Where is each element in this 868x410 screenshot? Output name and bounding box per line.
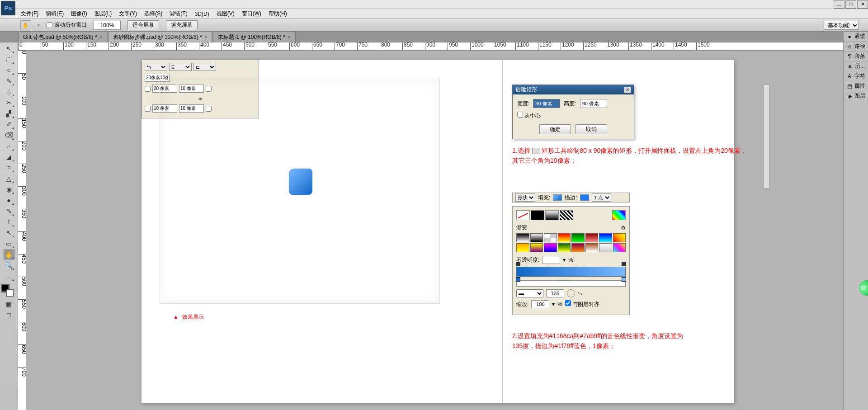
fill-none[interactable] (516, 210, 530, 220)
minimize-button[interactable]: — (834, 0, 844, 9)
dock-panel-item[interactable]: ▤属性 (844, 81, 868, 91)
gradient-preset[interactable] (571, 233, 585, 242)
background-color[interactable] (6, 289, 14, 297)
dock-panel-item[interactable]: ◈图层 (844, 91, 868, 101)
align-with-layer-checkbox[interactable]: 与图层对齐 (565, 300, 599, 308)
tool-button[interactable]: ⟋ (4, 141, 14, 151)
menu-item[interactable]: 选择(S) (141, 10, 166, 18)
scale-input[interactable] (531, 300, 549, 308)
close-button[interactable]: ✕ (857, 0, 868, 9)
tool-button[interactable]: ◉ (4, 184, 14, 194)
gradient-preset[interactable] (613, 243, 626, 252)
gradient-preset[interactable] (530, 243, 543, 252)
menu-item[interactable]: 窗口(W) (238, 10, 265, 18)
hand-tool-icon[interactable]: ✋ (20, 20, 30, 30)
gradient-preset[interactable] (516, 243, 529, 252)
stroke-width-select[interactable]: 1 点 (592, 193, 611, 202)
dock-panel-item[interactable]: ●通道 (844, 32, 868, 42)
tool-button[interactable]: 🔍 (4, 260, 14, 270)
menu-item[interactable]: 视图(V) (213, 10, 238, 18)
align-select-2[interactable]: E (169, 63, 192, 71)
gear-icon[interactable]: ⚙ (621, 225, 626, 231)
fill-gradient[interactable] (545, 210, 559, 220)
menu-item[interactable]: 3D(D) (191, 11, 213, 17)
menu-item[interactable]: 图层(L) (91, 10, 116, 18)
tool-button[interactable]: ≡ (4, 163, 14, 173)
dock-panel-item[interactable]: A字符 (844, 71, 868, 81)
tab-close-icon[interactable]: × (288, 35, 291, 40)
tool-button[interactable]: ↖ (4, 228, 14, 238)
tool-button[interactable]: T (4, 217, 14, 227)
tool-extra[interactable]: □ (4, 310, 14, 320)
menu-item[interactable]: 帮助(H) (265, 10, 291, 18)
dock-panel-item[interactable]: ¶段落 (844, 52, 868, 61)
menu-item[interactable]: 文字(Y) (115, 10, 141, 18)
zoom-input[interactable]: 100% (94, 21, 121, 30)
tool-button[interactable]: ✎ (4, 76, 14, 86)
tool-button[interactable]: ○ (4, 65, 14, 75)
fit-screen-button[interactable]: 适合屏幕 (127, 20, 159, 30)
dock-panel-item[interactable]: ⎌路径 (844, 42, 868, 52)
shape-mode-select[interactable]: 形状 (515, 193, 535, 202)
gradient-bar[interactable] (516, 267, 626, 277)
gradient-preset[interactable] (571, 243, 585, 252)
angle-wheel-icon[interactable] (567, 289, 575, 297)
tool-button[interactable]: ⊹ (4, 87, 14, 97)
from-center-checkbox[interactable]: 从中心 (517, 112, 541, 120)
gradient-preset[interactable] (585, 243, 599, 252)
fill-swatch[interactable] (553, 194, 562, 201)
tool-button[interactable]: ✋ (4, 250, 14, 259)
tool-button[interactable]: ⌫ (4, 130, 14, 140)
gradient-preset[interactable] (558, 233, 571, 242)
workspace-select[interactable]: 基本功能 (824, 21, 859, 30)
gradient-preset[interactable] (558, 243, 571, 252)
tool-button[interactable]: ◢ (4, 152, 14, 162)
scrollbar[interactable] (763, 85, 769, 189)
dialog-close-button[interactable]: ✕ (624, 87, 631, 93)
document-tab[interactable]: 未标题-1 @ 100%(RGB/8) *× (213, 32, 295, 42)
gradient-preset[interactable] (613, 233, 626, 242)
menu-item[interactable]: 编辑(E) (42, 10, 67, 18)
ok-button[interactable]: 确定 (539, 124, 571, 134)
gradient-preset[interactable] (585, 233, 599, 242)
width-input[interactable] (533, 99, 560, 108)
tool-button[interactable]: ⬚ (4, 54, 14, 64)
gradient-preset[interactable] (516, 233, 529, 242)
opacity-input[interactable] (542, 256, 560, 264)
tool-button[interactable]: ● (4, 195, 14, 205)
maximize-button[interactable]: □ (845, 0, 856, 9)
height-input[interactable] (580, 99, 607, 108)
tool-button[interactable]: △ (4, 174, 14, 184)
gradient-preset[interactable] (544, 233, 557, 242)
tool-button[interactable]: ▞ (4, 108, 14, 118)
tab-close-icon[interactable]: × (100, 35, 103, 40)
scroll-all-windows-checkbox[interactable]: 滚动所有窗口 (47, 21, 87, 29)
menu-item[interactable]: 文件(F) (17, 10, 42, 18)
document-tab[interactable]: 磨砂图标步骤.psd @ 100%(RGB/8) *× (108, 32, 212, 42)
color-picker[interactable] (612, 210, 626, 220)
fill-solid[interactable] (531, 210, 544, 220)
angle-input[interactable] (546, 289, 564, 297)
tool-extra[interactable]: ▦ (4, 299, 14, 309)
cancel-button[interactable]: 取消 (576, 124, 607, 134)
gradient-preset[interactable] (544, 243, 557, 252)
gradient-type-select[interactable]: ▬ (516, 289, 543, 297)
reverse-icon[interactable]: ⇋ (578, 290, 582, 297)
gradient-preset[interactable] (530, 233, 543, 242)
align-select-3[interactable]: ⊏ (193, 63, 216, 71)
dock-panel-item[interactable]: ≡历... (844, 61, 868, 71)
tool-button[interactable]: ✎ (4, 206, 14, 216)
tool-button[interactable]: ✂ (4, 98, 14, 108)
canvas-area[interactable]: ▲效果展示 创建矩形✕ 宽度: 高度: 从中心 确定 取消 (26, 51, 843, 410)
menu-item[interactable]: 滤镜(T) (166, 10, 191, 18)
fill-pattern[interactable] (560, 210, 573, 220)
document-tab[interactable]: Gift 背包.psd @ 50%(RGB/8) *× (18, 32, 107, 42)
hue-bar[interactable] (516, 280, 626, 287)
fill-screen-button[interactable]: 填充屏幕 (166, 20, 198, 30)
gradient-preset[interactable] (599, 243, 612, 252)
tab-close-icon[interactable]: × (205, 35, 208, 40)
align-select-1[interactable]: ⇆ (145, 63, 167, 71)
gradient-preset[interactable] (599, 233, 612, 242)
tool-button[interactable]: ✐ (4, 119, 14, 129)
tool-button[interactable]: … (4, 271, 14, 281)
